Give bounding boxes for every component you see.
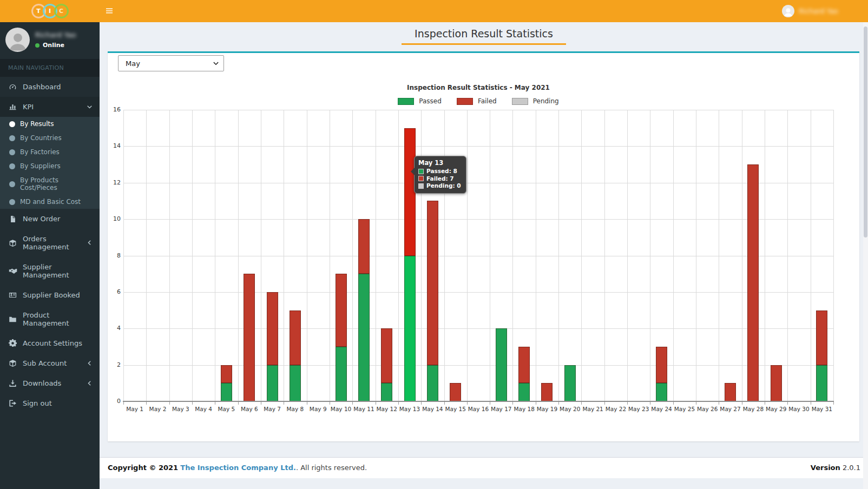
- bar-segment-passed-may-12[interactable]: [381, 383, 392, 401]
- sidebar-subitem-label: By Results: [20, 120, 54, 128]
- sidebar-item-kpi[interactable]: KPI: [0, 97, 100, 117]
- gridline-v: [261, 110, 261, 401]
- bar-segment-failed-may-10[interactable]: [336, 274, 347, 347]
- content-area: Inspection Result Statistics May Inspect…: [100, 22, 868, 489]
- bar-segment-failed-may-13[interactable]: [404, 128, 416, 256]
- cube-icon: [8, 239, 17, 247]
- bar-segment-passed-may-14[interactable]: [427, 365, 438, 401]
- x-axis-tick-label: May 14: [421, 406, 444, 412]
- legend-item-failed: Failed: [457, 97, 497, 105]
- sidebar-item-downloads[interactable]: Downloads: [0, 373, 100, 393]
- sidebar-item-label: Account Settings: [23, 339, 82, 347]
- x-axis-tick-label: May 30: [787, 406, 810, 412]
- circle-icon: [9, 163, 15, 169]
- bar-segment-failed-may-15[interactable]: [450, 383, 461, 401]
- bar-segment-failed-may-18[interactable]: [518, 347, 530, 383]
- user-avatar-icon: [782, 5, 794, 17]
- footer-copyright-bold: Copyright © 2021: [108, 464, 178, 472]
- bar-segment-failed-may-8[interactable]: [290, 310, 301, 365]
- month-select[interactable]: May: [118, 55, 224, 71]
- tooltip-swatch-pending: [418, 183, 424, 189]
- sidebar-item-label: Sub Account: [23, 359, 67, 367]
- bar-segment-failed-may-7[interactable]: [267, 292, 278, 365]
- bar-segment-failed-may-31[interactable]: [816, 310, 827, 365]
- bar-segment-failed-may-24[interactable]: [656, 347, 667, 383]
- x-axis-tick-label: May 5: [215, 406, 238, 412]
- gridline-v: [467, 110, 468, 401]
- sidebar-item-account-settings[interactable]: Account Settings: [0, 333, 100, 353]
- bar-segment-passed-may-31[interactable]: [816, 365, 827, 401]
- x-axis-tick: [352, 402, 353, 405]
- gridline-v: [123, 110, 124, 401]
- bar-segment-passed-may-17[interactable]: [496, 328, 507, 401]
- bar-segment-passed-may-11[interactable]: [358, 274, 370, 401]
- gridline-v: [581, 110, 582, 401]
- bar-segment-failed-may-12[interactable]: [381, 328, 392, 383]
- bar-segment-passed-may-10[interactable]: [336, 347, 347, 401]
- footer-company-link[interactable]: The Inspection Company Ltd.: [180, 464, 296, 472]
- x-axis-tick: [330, 402, 330, 405]
- x-axis-tick: [787, 402, 788, 405]
- chevron-left-icon: [87, 240, 93, 246]
- bar-segment-failed-may-11[interactable]: [358, 219, 370, 274]
- sidebar-subitem-by-products-cost-pieces[interactable]: By Products Cost/Pieces: [0, 173, 100, 195]
- x-axis-tick-label: May 18: [512, 406, 535, 412]
- x-axis-tick: [123, 402, 124, 405]
- sidebar-subitem-label: By Factories: [20, 148, 60, 156]
- bar-segment-passed-may-13[interactable]: [404, 256, 416, 402]
- sidebar-item-new-order[interactable]: New Order: [0, 209, 100, 229]
- hamburger-icon: [104, 6, 114, 15]
- bar-segment-failed-may-29[interactable]: [771, 365, 782, 401]
- sidebar-subitem-by-factories[interactable]: By Factories: [0, 145, 100, 159]
- sidebar-item-product-management[interactable]: Product Management: [0, 305, 100, 333]
- sidebar-item-sub-account[interactable]: Sub Account: [0, 353, 100, 373]
- bar-segment-failed-may-14[interactable]: [427, 201, 438, 365]
- bar-segment-passed-may-8[interactable]: [290, 365, 301, 401]
- sidebar-subitem-by-countries[interactable]: By Countries: [0, 131, 100, 145]
- sidebar-item-dashboard[interactable]: Dashboard: [0, 77, 100, 97]
- bar-segment-failed-may-5[interactable]: [221, 365, 232, 384]
- bar-segment-failed-may-6[interactable]: [244, 274, 255, 401]
- gridline-v: [398, 110, 399, 401]
- handshake-icon: [8, 267, 17, 275]
- gridline-v: [192, 110, 193, 401]
- bar-segment-passed-may-18[interactable]: [518, 383, 530, 401]
- bar-segment-passed-may-24[interactable]: [656, 383, 667, 401]
- x-axis-tick: [284, 402, 284, 405]
- bar-segment-failed-may-27[interactable]: [725, 383, 736, 401]
- x-axis-tick-label: May 19: [536, 406, 558, 412]
- chart-card: May Inspection Result Statistics - May 2…: [108, 51, 859, 441]
- bar-segment-passed-may-20[interactable]: [564, 365, 576, 401]
- x-axis-tick: [512, 402, 513, 405]
- bar-segment-passed-may-7[interactable]: [267, 365, 278, 401]
- bar-segment-failed-may-19[interactable]: [541, 383, 553, 401]
- sidebar-item-sign-out[interactable]: Sign out: [0, 393, 100, 413]
- sidebar-item-orders-management[interactable]: Orders Management: [0, 229, 100, 257]
- scrollbar-thumb[interactable]: [864, 27, 867, 237]
- sidebar-subitem-md-and-basic-cost[interactable]: MD and Basic Cost: [0, 195, 100, 209]
- sidebar-subitem-by-results[interactable]: By Results: [0, 117, 100, 131]
- user-name-blurred: Richard Yao: [799, 7, 838, 15]
- user-menu[interactable]: Richard Yao: [782, 5, 838, 17]
- sidebar-subitem-label: By Products Cost/Pieces: [20, 176, 95, 191]
- y-axis-tick-label: 6: [109, 288, 121, 295]
- sidebar-item-label: Supplier Management: [23, 263, 91, 279]
- sidebar-toggle-button[interactable]: [104, 6, 114, 15]
- file-icon: [8, 215, 17, 223]
- x-axis-tick-label: May 21: [581, 406, 604, 412]
- sidebar-subitem-by-suppliers[interactable]: By Suppliers: [0, 159, 100, 173]
- gridline-v: [352, 110, 353, 401]
- sidebar: Richard Yao Online MAIN NAVIGATION Dashb…: [0, 22, 100, 489]
- sidebar-item-supplier-booked[interactable]: Supplier Booked: [0, 285, 100, 305]
- sidebar-item-label: Supplier Booked: [23, 291, 80, 299]
- sidebar-subitem-label: By Suppliers: [20, 162, 61, 170]
- gridline-v: [376, 110, 376, 401]
- sidebar-nav: Dashboard KPI By Results By Countries By…: [0, 77, 100, 413]
- sidebar-item-label: Dashboard: [23, 83, 61, 91]
- sidebar-subitem-label: MD and Basic Cost: [20, 198, 81, 206]
- plot-area[interactable]: [123, 110, 833, 401]
- sidebar-item-supplier-management[interactable]: Supplier Management: [0, 257, 100, 285]
- bar-segment-passed-may-5[interactable]: [221, 383, 232, 401]
- bar-segment-failed-may-28[interactable]: [747, 164, 759, 401]
- x-axis-tick-label: May 17: [490, 406, 512, 412]
